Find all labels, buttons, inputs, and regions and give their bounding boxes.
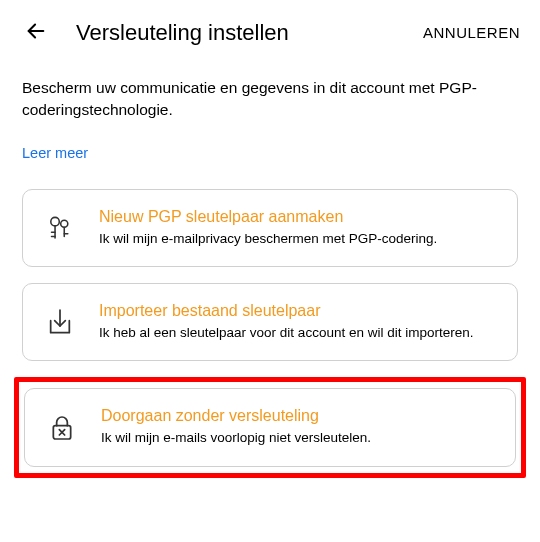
back-button[interactable]	[20, 17, 52, 49]
option-desc: Ik wil mijn e-mails voorlopig niet versl…	[101, 429, 497, 447]
app-header: Versleuteling instellen ANNULEREN	[0, 0, 540, 57]
lock-x-icon	[43, 408, 81, 446]
option-desc: Ik wil mijn e-mailprivacy beschermen met…	[99, 230, 499, 248]
cancel-button[interactable]: ANNULEREN	[419, 16, 524, 49]
option-continue-without-encryption[interactable]: Doorgaan zonder versleuteling Ik wil mij…	[24, 388, 516, 466]
option-text-block: Doorgaan zonder versleuteling Ik wil mij…	[101, 407, 497, 447]
option-title: Doorgaan zonder versleuteling	[101, 407, 497, 425]
highlighted-option-frame: Doorgaan zonder versleuteling Ik wil mij…	[14, 377, 526, 477]
option-import-keypair[interactable]: Importeer bestaand sleutelpaar Ik heb al…	[22, 283, 518, 361]
keys-icon	[41, 209, 79, 247]
option-desc: Ik heb al een sleutelpaar voor dit accou…	[99, 324, 499, 342]
option-title: Importeer bestaand sleutelpaar	[99, 302, 499, 320]
svg-point-5	[61, 220, 68, 227]
import-icon	[41, 303, 79, 341]
intro-text: Bescherm uw communicatie en gegevens in …	[22, 77, 518, 122]
learn-more-link[interactable]: Leer meer	[22, 145, 88, 161]
arrow-left-icon	[25, 20, 47, 46]
page-title: Versleuteling instellen	[76, 20, 419, 46]
content-area: Bescherm uw communicatie en gegevens in …	[0, 57, 540, 478]
option-text-block: Importeer bestaand sleutelpaar Ik heb al…	[99, 302, 499, 342]
option-title: Nieuw PGP sleutelpaar aanmaken	[99, 208, 499, 226]
option-create-keypair[interactable]: Nieuw PGP sleutelpaar aanmaken Ik wil mi…	[22, 189, 518, 267]
option-text-block: Nieuw PGP sleutelpaar aanmaken Ik wil mi…	[99, 208, 499, 248]
svg-point-1	[51, 217, 59, 226]
